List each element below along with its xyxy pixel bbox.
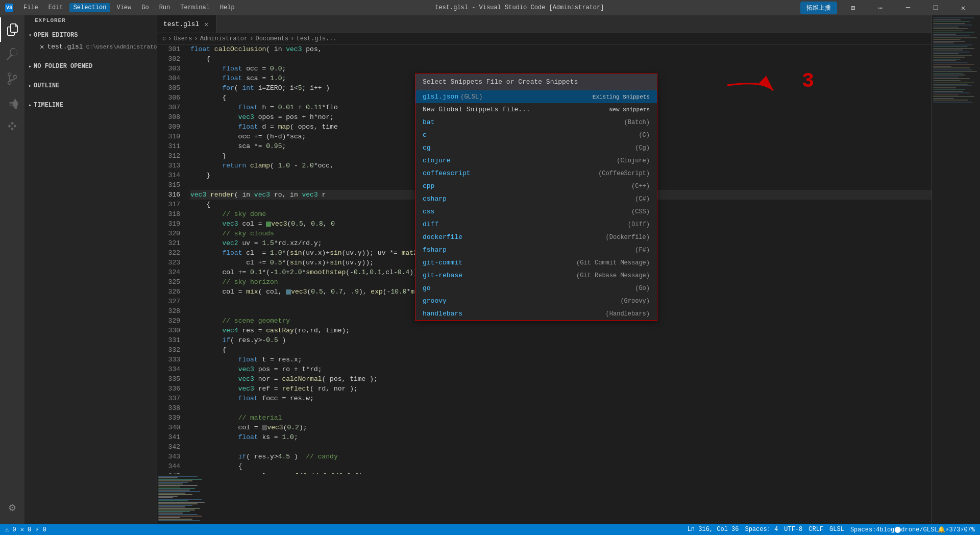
breadcrumb-users[interactable]: Users [174,35,192,42]
ln-341: 341 [157,432,180,442]
dropdown-item-handlebars[interactable]: handlebars (Handlebars) [415,307,657,320]
dropdown-item-git-rebase[interactable]: git-rebase (Git Rebase Message) [415,269,657,282]
dropdown-item-dockerfile[interactable]: dockerfile (Dockerfile) [415,231,657,244]
item-name-diff: diff [423,221,438,228]
breadcrumb-administrator[interactable]: Administrator [200,35,248,42]
status-bar-right: Ln 316, Col 36 Spaces: 4 UTF-8 CRLF GLSL… [688,526,975,533]
blue-button[interactable]: 拓维上播 [800,2,837,14]
ln-326: 326 [157,287,180,297]
breadcrumb-sep-1: › [168,35,172,42]
item-detail-css: (CSS) [631,208,650,215]
status-info[interactable]: ⚡ 0 [35,526,46,533]
dropdown-item-csharp[interactable]: csharp (C#) [415,192,657,205]
dropdown-item-cg[interactable]: cg (Cg) [415,141,657,154]
tab-testglsl[interactable]: test.glsl ✕ [157,15,217,33]
dropdown-item-c[interactable]: c (C) [415,129,657,141]
far-right-line [933,91,963,92]
activity-settings[interactable]: ⚙ [0,495,24,520]
code-line-301: float calcOcclusion( in vec3 pos, [190,44,932,54]
ln-327: 327 [157,297,180,306]
ln-334: 334 [157,364,180,374]
maximize-button[interactable]: □ [924,0,947,15]
status-extra[interactable]: Spaces:4blog⬤drone/GLSL🔔⚡373⚡07% [850,526,975,533]
status-position[interactable]: Ln 316, Col 36 [688,526,739,533]
status-language[interactable]: GLSL [829,526,844,533]
status-eol[interactable]: CRLF [808,526,823,533]
activity-extensions[interactable] [0,115,24,140]
minimap-line [158,487,180,488]
item-name-handlebars: handlebars [423,310,462,318]
menu-edit[interactable]: Edit [44,3,67,12]
activity-search[interactable] [0,42,24,66]
ln-325: 325 [157,277,180,287]
dropdown-item-go[interactable]: go (Go) [415,282,657,295]
sidebar-title: EXPLORER [24,15,157,26]
dropdown-item-new-global[interactable]: New Global Snippets file... New Snippets [415,103,657,116]
menu-file[interactable]: File [19,3,42,12]
status-errors[interactable]: ⚠ 0 [5,526,16,533]
far-right-line [933,42,954,43]
dropdown-item-glsl[interactable]: glsl.json (GLSL) Existing Snippets [415,90,657,103]
far-right-line [933,25,972,26]
ln-343: 343 [157,452,180,461]
far-right-line [933,27,959,28]
menu-view[interactable]: View [112,3,135,12]
dropdown-item-bat[interactable]: bat (Batch) [415,116,657,129]
dropdown-item-groovy[interactable]: groovy (Groovy) [415,295,657,307]
minimap-line [158,502,205,503]
dropdown-item-fsharp[interactable]: fsharp (F#) [415,244,657,256]
status-icons: ⚠ 0 ✕ 0 ⚡ 0 [5,526,46,533]
dropdown-item-css[interactable]: css (CSS) [415,205,657,218]
minimap-panel [157,474,208,524]
far-right-line [933,100,968,101]
status-encoding[interactable]: UTF-8 [784,526,802,533]
status-warnings[interactable]: ✕ 0 [20,526,32,533]
code-editor[interactable]: 301 302 303 304 305 306 307 308 309 310 … [157,44,932,474]
snippet-dropdown[interactable]: Select Snippets File or Create Snippets … [415,74,657,321]
outline-header[interactable]: ▸ OUTLINE [24,80,157,91]
menu-help[interactable]: Help [216,3,239,12]
dropdown-item-git-commit[interactable]: git-commit (Git Commit Message) [415,256,657,269]
ln-323: 323 [157,258,180,268]
open-editors-header[interactable]: ▾ OPEN EDITORS [24,30,157,41]
ln-336: 336 [157,384,180,394]
dropdown-item-clojure[interactable]: clojure (Clojure) [415,154,657,167]
more-actions-button[interactable]: ⋯ [869,0,892,15]
ln-313: 313 [157,161,180,171]
tab-close-icon[interactable]: ✕ [202,20,210,28]
timeline-label: TIMELINE [34,102,63,109]
menu-go[interactable]: Go [137,3,153,12]
item-detail-c: (C) [639,132,650,139]
sidebar-file-testglsl[interactable]: ✕ test.glsl C:\Users\Administrator\Docum… [24,41,157,53]
menu-run[interactable]: Run [155,3,175,12]
dropdown-item-cpp[interactable]: cpp (C++) [415,180,657,192]
far-right-line [933,75,965,76]
activity-explorer[interactable] [0,17,24,42]
breadcrumb-c[interactable]: c [162,35,166,42]
ln-339: 339 [157,413,180,423]
minimap-line [158,497,173,498]
layout-toggle-button[interactable]: ⊞ [841,0,865,15]
menu-terminal[interactable]: Terminal [176,3,214,12]
status-spaces[interactable]: Spaces: 4 [745,526,778,533]
minimize-button[interactable]: ─ [896,0,920,15]
breadcrumb-sep-4: › [290,35,294,42]
dropdown-item-diff[interactable]: diff (Diff) [415,218,657,231]
menu-selection[interactable]: Selection [69,3,111,12]
no-folder-header[interactable]: ▸ NO FOLDER OPENED [24,61,157,72]
far-right-line [933,48,974,49]
timeline-header[interactable]: ▸ TIMELINE [24,100,157,111]
far-right-line [933,57,965,58]
item-detail-cg: (Cg) [635,144,650,152]
ln-338: 338 [157,403,180,413]
minimap-line [158,516,202,517]
activity-source-control[interactable] [0,66,24,91]
activity-debug[interactable] [0,91,24,115]
breadcrumb-file[interactable]: test.gls... [296,35,336,42]
breadcrumb-documents[interactable]: Documents [255,35,288,42]
dropdown-item-coffeescript[interactable]: coffeescript (CoffeeScript) [415,167,657,180]
minimap [157,474,208,524]
close-button[interactable]: ✕ [951,0,975,15]
code-line-332: { [190,345,932,355]
far-right-line [933,53,959,54]
